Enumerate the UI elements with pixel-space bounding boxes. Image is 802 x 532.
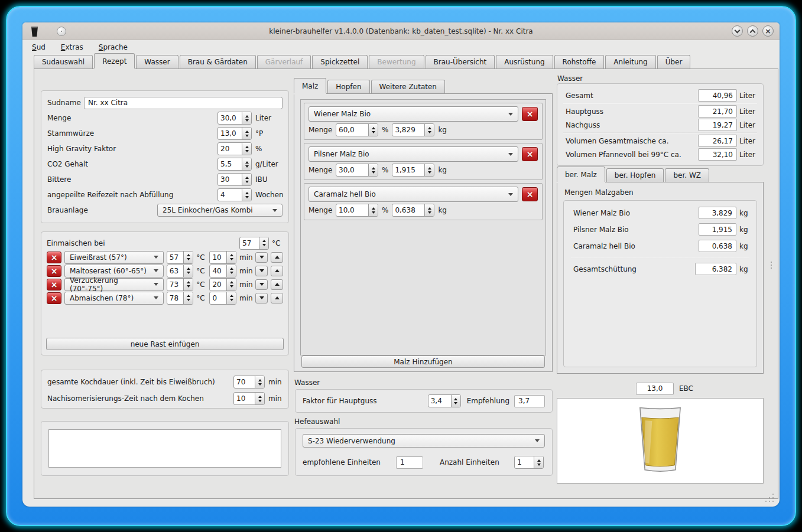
rest-temp-spinbox[interactable]: 57 [167, 251, 194, 264]
spin-down-icon[interactable] [537, 464, 541, 466]
spin-down-icon[interactable] [187, 272, 190, 274]
rest-time-spinbox[interactable]: 0 [209, 292, 236, 305]
spin-up-icon[interactable] [245, 115, 249, 118]
spin-down-icon[interactable] [372, 211, 375, 214]
tab-spickzettel[interactable]: Spickzettel [312, 55, 368, 68]
spin-down-icon[interactable] [258, 383, 262, 386]
reifezeit-spinbox[interactable]: 4 [217, 188, 252, 201]
close-button[interactable]: × [762, 25, 774, 37]
delete-rest-button[interactable]: × [47, 265, 61, 277]
yeast-combobox[interactable]: S-23 Wiederverwendung [303, 434, 545, 448]
stammwuerze-spinbox[interactable]: 13,0 [217, 127, 252, 140]
comment-textarea[interactable] [48, 429, 281, 468]
move-up-button[interactable] [271, 252, 283, 263]
tab-brau-uebersicht[interactable]: Brau-Übersicht [426, 55, 495, 68]
spin-up-icon[interactable] [262, 240, 266, 242]
spin-up-icon[interactable] [245, 146, 249, 148]
rest-temp-spinbox[interactable]: 78 [167, 292, 194, 305]
faktor-hauptguss-spinbox[interactable]: 3,4 [428, 394, 461, 407]
nachiso-spinbox[interactable]: 10 [233, 392, 265, 405]
spin-up-icon[interactable] [372, 167, 375, 169]
delete-rest-button[interactable]: × [47, 292, 61, 304]
malt-combobox[interactable]: Caramalz hell Bio [309, 187, 518, 202]
tab-ueber[interactable]: Über [657, 55, 691, 68]
spin-up-icon[interactable] [245, 161, 249, 164]
spin-up-icon[interactable] [258, 396, 262, 398]
spin-up-icon[interactable] [245, 177, 249, 179]
spin-up-icon[interactable] [245, 130, 249, 133]
spin-up-icon[interactable] [230, 254, 233, 256]
move-down-button[interactable] [255, 293, 268, 303]
spin-up-icon[interactable] [428, 167, 431, 169]
high-gravity-spinbox[interactable]: 20 [217, 142, 252, 155]
move-down-button[interactable] [255, 266, 268, 276]
spin-up-icon[interactable] [428, 127, 431, 129]
tab-sudauswahl[interactable]: Sudauswahl [34, 55, 93, 68]
move-up-button[interactable] [271, 266, 283, 276]
spin-down-icon[interactable] [258, 400, 262, 402]
malt-percent-spinbox[interactable]: 10,0 [336, 204, 378, 217]
spin-up-icon[interactable] [187, 295, 190, 297]
splitter-handle[interactable] [771, 262, 772, 269]
bittere-spinbox[interactable]: 30 [217, 173, 252, 186]
brauanlage-combobox[interactable]: 25L Einkocher/Gas Kombi [157, 204, 283, 217]
rest-temp-spinbox[interactable]: 73 [167, 278, 194, 291]
spin-down-icon[interactable] [245, 119, 249, 122]
spin-down-icon[interactable] [454, 402, 457, 404]
spin-down-icon[interactable] [428, 211, 431, 214]
tab-hopfen[interactable]: Hopfen [327, 80, 369, 93]
tab-rohstoffe[interactable]: Rohstoffe [554, 55, 605, 68]
spin-down-icon[interactable] [230, 299, 233, 301]
spin-down-icon[interactable] [428, 171, 431, 174]
delete-malt-button[interactable]: × [522, 107, 538, 121]
einmaischen-temp-spinbox[interactable]: 57 [239, 237, 269, 250]
move-up-button[interactable] [271, 279, 283, 290]
rest-time-spinbox[interactable]: 20 [209, 278, 236, 291]
add-rest-button[interactable]: neue Rast einfügen [46, 338, 284, 350]
tab-ber-malz[interactable]: ber. Malz [557, 167, 605, 182]
spin-down-icon[interactable] [428, 131, 431, 133]
spin-down-icon[interactable] [187, 285, 190, 288]
rest-type-combobox[interactable]: Maltoserast (60°-65°) [64, 265, 164, 278]
spin-up-icon[interactable] [230, 295, 233, 297]
malt-combobox[interactable]: Pilsner Malz Bio [309, 146, 518, 162]
spin-up-icon[interactable] [428, 207, 431, 210]
spin-down-icon[interactable] [245, 135, 249, 137]
malt-kg-spinbox[interactable]: 0,638 [392, 204, 434, 217]
delete-malt-button[interactable]: × [522, 147, 538, 161]
spin-up-icon[interactable] [187, 254, 190, 256]
spin-down-icon[interactable] [262, 244, 266, 246]
malt-percent-spinbox[interactable]: 30,0 [336, 164, 378, 177]
spin-down-icon[interactable] [187, 299, 190, 301]
spin-up-icon[interactable] [245, 192, 249, 194]
rest-type-combobox[interactable]: Abmaischen (78°) [64, 292, 164, 305]
spin-up-icon[interactable] [230, 281, 233, 283]
maximize-button[interactable] [747, 25, 758, 37]
tab-brau-gaerdaten[interactable]: Brau & Gärdaten [180, 55, 256, 68]
rest-type-combobox[interactable]: Verzuckerung (70°-75°) [64, 278, 164, 291]
malt-kg-spinbox[interactable]: 1,915 [392, 164, 434, 177]
co2-spinbox[interactable]: 5,5 [217, 158, 252, 171]
spin-down-icon[interactable] [372, 131, 375, 133]
spin-down-icon[interactable] [245, 165, 249, 168]
menge-spinbox[interactable]: 30,0 [217, 112, 252, 125]
move-up-button[interactable] [271, 293, 283, 303]
rest-type-combobox[interactable]: Eiweißrast (57°) [64, 251, 164, 264]
rest-time-spinbox[interactable]: 10 [209, 251, 236, 264]
menu-sud[interactable]: Sud [32, 43, 46, 51]
spin-down-icon[interactable] [245, 150, 249, 152]
spin-down-icon[interactable] [230, 285, 233, 288]
delete-malt-button[interactable]: × [522, 187, 538, 201]
spin-down-icon[interactable] [230, 272, 233, 274]
tab-anleitung[interactable]: Anleitung [605, 55, 655, 68]
spin-up-icon[interactable] [454, 398, 457, 400]
spin-down-icon[interactable] [230, 258, 233, 260]
malt-combobox[interactable]: Wiener Malz Bio [309, 106, 518, 122]
spin-up-icon[interactable] [187, 281, 190, 283]
add-malt-button[interactable]: Malz Hinzufügen [301, 355, 545, 368]
tab-rezept[interactable]: Rezept [94, 53, 135, 68]
spin-up-icon[interactable] [230, 267, 233, 270]
spin-down-icon[interactable] [187, 258, 190, 260]
minimize-button[interactable] [732, 25, 743, 37]
spin-down-icon[interactable] [245, 196, 249, 198]
